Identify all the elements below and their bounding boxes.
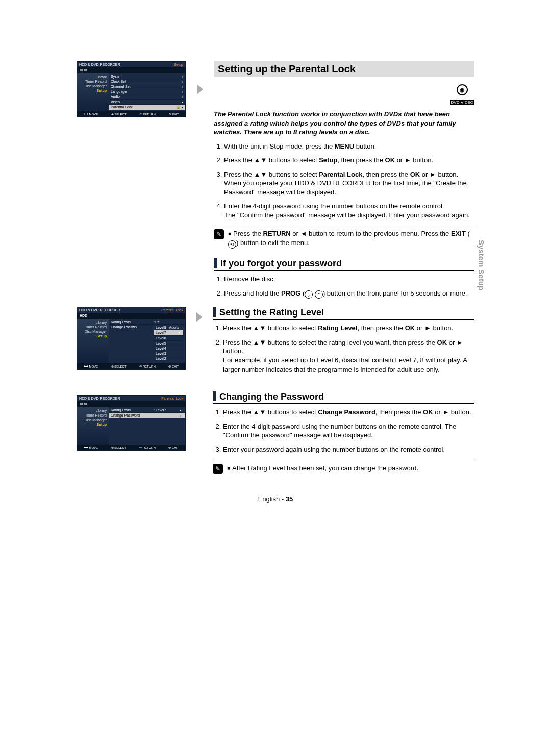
dvd-video-badge: ◉ DVD-VIDEO	[450, 84, 474, 106]
intro-text: The Parental Lock function works in conj…	[214, 110, 474, 137]
step-text: Enter your password again using the numb…	[223, 445, 474, 454]
osd2-title-left: HDD & DVD RECORDER	[79, 308, 120, 312]
subsection-title: Changing the Password	[213, 391, 474, 404]
osd2-side-item: Setup	[77, 334, 109, 338]
note-icon: ✎	[213, 464, 223, 474]
osd1-row: System▸	[109, 74, 185, 79]
note-text: ■Press the RETURN or ◄ button to return …	[228, 229, 474, 249]
step-text: Press the ▲▼ buttons to select Parental …	[224, 170, 474, 197]
osd3-row: Rating Level: Level7▸	[109, 408, 185, 413]
osd2-popup-item: Level5	[154, 341, 183, 346]
osd3-side-item: Setup	[77, 422, 109, 427]
osd2-row: Rating Level:Off	[109, 320, 185, 325]
osd-foot-return: ↶ RETURN	[139, 446, 156, 449]
osd2-popup-item: Level4	[154, 346, 183, 351]
osd-foot-move: ⟷ MOVE	[84, 112, 98, 116]
osd1-side-item: Timer Record	[77, 79, 109, 84]
step-text: Press and hold the PROG (⌄ ⌃) button on …	[224, 289, 474, 299]
osd-foot-select: ⊕ SELECT	[111, 364, 127, 368]
osd-screenshot-rating: HDD & DVD RECORDER Parental Lock HDD Lib…	[77, 307, 186, 370]
osd-foot-exit: ⟲ EXIT	[168, 112, 179, 116]
osd3-title-right: Parental Lock	[161, 397, 183, 400]
osd2-side-item: Library	[77, 320, 109, 325]
osd2-title-right: Parental Lock	[161, 308, 183, 312]
osd-foot-return: ↶ RETURN	[139, 112, 156, 116]
osd-foot-return: ↶ RETURN	[139, 364, 156, 368]
note-text: ■After Rating Level has been set, you ca…	[227, 464, 418, 473]
exit-icon: ⟲	[228, 240, 236, 249]
osd1-row: Audio▸	[109, 94, 185, 100]
osd2-popup-item: Level3	[154, 351, 183, 356]
osd3-sub: HDD	[77, 401, 185, 407]
osd-foot-select: ⊕ SELECT	[111, 446, 127, 449]
pointer-arrow-icon	[195, 307, 203, 322]
osd1-title-left: HDD & DVD RECORDER	[79, 63, 120, 66]
step-text: Enter the 4-digit password using the num…	[224, 202, 474, 220]
osd2-popup-item: Level8 - Adults	[154, 325, 183, 330]
prog-up-icon: ⌃	[315, 290, 323, 299]
osd-foot-move: ⟷ MOVE	[84, 364, 98, 368]
osd-foot-exit: ⟲ EXIT	[168, 446, 179, 449]
subsection-title: Setting the Rating Level	[213, 307, 474, 320]
prog-down-icon: ⌄	[305, 290, 313, 299]
step-text: Press the ▲▼ buttons to select Setup, th…	[224, 156, 474, 165]
step-text: Enter the 4-digit password using the num…	[223, 422, 474, 440]
osd1-row: Clock Set▸	[109, 79, 185, 84]
osd3-side-item: Disc Manager	[77, 418, 109, 422]
osd-screenshot-change-password: HDD & DVD RECORDER Parental Lock HDD Lib…	[77, 395, 186, 451]
osd-foot-move: ⟷ MOVE	[84, 446, 98, 449]
osd-foot-exit: ⟲ EXIT	[168, 364, 179, 368]
step-text: Press the ▲▼ buttons to select the ratin…	[223, 338, 474, 374]
step-text: Press the ▲▼ buttons to select Rating Le…	[223, 324, 474, 333]
section-title: Setting up the Parental Lock	[214, 61, 474, 77]
osd3-row-selected: Change Password▸	[109, 413, 185, 418]
side-tab: System Setup	[477, 240, 486, 290]
osd3-title-left: HDD & DVD RECORDER	[79, 397, 120, 400]
osd3-side-item: Library	[77, 408, 109, 413]
osd2-side-item: Timer Record	[77, 325, 109, 329]
osd1-title-right: Setup	[174, 63, 183, 66]
page-footer: English - 35	[77, 495, 474, 503]
step-text: With the unit in Stop mode, press the ME…	[224, 142, 474, 151]
subsection-title: If you forgot your password	[214, 258, 474, 271]
osd2-sub: HDD	[77, 313, 185, 319]
osd1-row-selected: Parental Lock 🔒 ▸	[109, 105, 185, 110]
pointer-arrow-icon	[196, 61, 204, 94]
osd2-popup-item: Level2	[154, 356, 183, 361]
osd1-row: Channel Set▸	[109, 84, 185, 89]
step-text: Remove the disc.	[224, 275, 474, 284]
osd-foot-select: ⊕ SELECT	[111, 112, 127, 116]
lock-icon: 🔒	[176, 105, 181, 109]
osd1-side-item: Library	[77, 75, 109, 79]
osd3-side-item: Timer Record	[77, 413, 109, 418]
osd2-row: Change Passwo Level8 - Adults Level7✔ Le…	[109, 325, 185, 362]
note-icon: ✎	[214, 229, 224, 239]
osd1-sub: HDD	[77, 67, 185, 73]
osd1-row: Language▸	[109, 89, 185, 94]
osd-screenshot-setup: HDD & DVD RECORDER Setup HDD Library Tim…	[77, 61, 186, 117]
osd1-side-item: Setup	[77, 88, 109, 93]
osd2-popup-item: Level6	[154, 336, 183, 341]
step-text: Press the ▲▼ buttons to select Change Pa…	[223, 408, 474, 417]
osd1-row: Video▸	[109, 100, 185, 105]
osd2-popup-item-selected: Level7✔	[154, 330, 183, 336]
osd2-side-item: Disc Manager	[77, 329, 109, 334]
osd1-side-item: Disc Manager	[77, 84, 109, 88]
